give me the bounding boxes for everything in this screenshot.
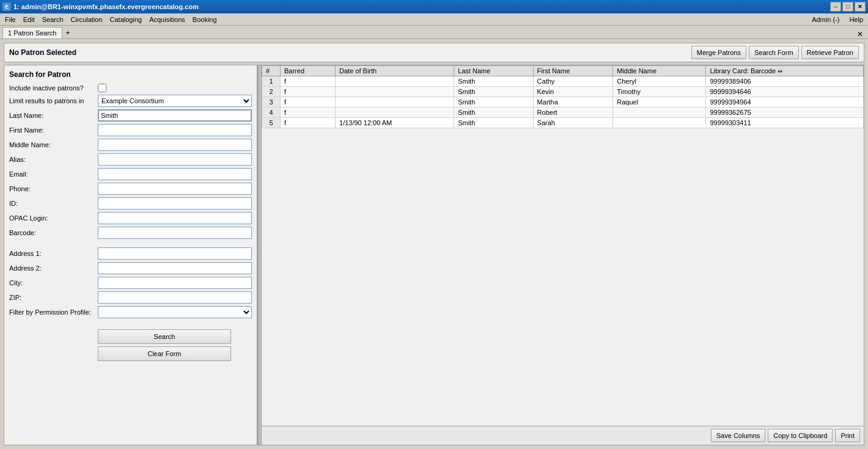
clear-form-button[interactable]: Clear Form: [98, 346, 231, 361]
opac-login-label: OPAC Login:: [9, 214, 98, 222]
barcode-row: Barcode:: [9, 227, 252, 239]
zip-input[interactable]: [98, 291, 252, 304]
menu-help[interactable]: Help: [845, 15, 867, 24]
tab-add-button[interactable]: +: [62, 27, 74, 38]
filter-permission-label: Filter by Permission Profile:: [9, 308, 98, 316]
address2-row: Address 2:: [9, 262, 252, 274]
tab-patron-search[interactable]: 1 Patron Search: [2, 27, 62, 38]
city-input[interactable]: [98, 277, 252, 289]
col-first-name[interactable]: First Name: [533, 66, 613, 76]
retrieve-patron-button[interactable]: Retrieve Patron: [801, 46, 859, 59]
main-content: No Patron Selected Merge Patrons Search …: [0, 39, 868, 449]
limit-select[interactable]: Example Consortium: [98, 95, 252, 107]
cell-first-name: Kevin: [533, 87, 613, 97]
save-columns-button[interactable]: Save Columns: [711, 429, 766, 442]
id-input[interactable]: [98, 197, 252, 210]
cell-last-name: Smith: [454, 108, 533, 118]
print-button[interactable]: Print: [835, 429, 860, 442]
cell-last-name: Smith: [454, 97, 533, 108]
cell-dob: [336, 76, 454, 87]
app-icon: E: [2, 2, 11, 11]
cell-first-name: Sarah: [533, 118, 613, 128]
menu-acquisitions[interactable]: Acquisitions: [145, 15, 189, 24]
results-bottom-bar: Save Columns Copy to Clipboard Print: [262, 426, 864, 445]
table-row[interactable]: 3 f Smith Martha Raquel 99999394964: [262, 97, 864, 108]
zip-row: ZIP:: [9, 291, 252, 304]
search-button[interactable]: Search: [98, 329, 231, 344]
menu-search[interactable]: Search: [39, 15, 67, 24]
address2-label: Address 2:: [9, 265, 98, 272]
address2-input[interactable]: [98, 262, 252, 274]
first-name-label: First Name:: [9, 126, 98, 134]
include-inactive-checkbox[interactable]: [98, 84, 106, 92]
title-bar: E 1: admin@BR1-winxpvmfx.phasefx.evergre…: [0, 0, 868, 13]
zip-label: ZIP:: [9, 294, 98, 301]
city-row: City:: [9, 277, 252, 289]
merge-patrons-button[interactable]: Merge Patrons: [691, 46, 746, 59]
header-bar: No Patron Selected Merge Patrons Search …: [4, 43, 864, 62]
table-row[interactable]: 2 f Smith Kevin Timothy 99999394646: [262, 87, 864, 97]
cell-barred: f: [281, 87, 336, 97]
cell-last-name: Smith: [454, 76, 533, 87]
minimize-button[interactable]: ─: [830, 2, 841, 12]
cell-middle-name: Timothy: [613, 87, 706, 97]
limit-results-row: Limit results to patrons in Example Cons…: [9, 95, 252, 107]
phone-label: Phone:: [9, 185, 98, 192]
alias-label: Alias:: [9, 156, 98, 163]
last-name-row: Last Name:: [9, 109, 252, 122]
address1-input[interactable]: [98, 247, 252, 260]
cell-last-name: Smith: [454, 87, 533, 97]
cell-dob: [336, 108, 454, 118]
cell-num: 5: [262, 118, 281, 128]
cell-barred: f: [281, 118, 336, 128]
col-num[interactable]: #: [262, 66, 281, 76]
table-row[interactable]: 1 f Smith Cathy Cheryl 99999389406: [262, 76, 864, 87]
copy-clipboard-button[interactable]: Copy to Clipboard: [768, 429, 833, 442]
last-name-label: Last Name:: [9, 112, 98, 119]
filter-permission-select[interactable]: [98, 306, 252, 318]
results-panel: # Barred Date of Birth Last Name First N…: [262, 65, 864, 445]
col-middle-name[interactable]: Middle Name: [613, 66, 706, 76]
email-input[interactable]: [98, 168, 252, 180]
menu-file[interactable]: File: [1, 15, 20, 24]
cell-barcode: 99999303411: [706, 118, 864, 128]
cell-num: 3: [262, 97, 281, 108]
cell-barred: f: [281, 76, 336, 87]
last-name-input[interactable]: [98, 109, 252, 122]
opac-login-input[interactable]: [98, 212, 252, 224]
col-barcode[interactable]: Library Card: Barcode ⇔: [706, 66, 864, 76]
maximize-button[interactable]: □: [842, 2, 853, 12]
cell-first-name: Martha: [533, 97, 613, 108]
include-inactive-row: Include inactive patrons?: [9, 84, 252, 92]
table-row[interactable]: 4 f Smith Robert 99999362675: [262, 108, 864, 118]
menu-cataloging[interactable]: Cataloging: [106, 15, 146, 24]
results-table: # Barred Date of Birth Last Name First N…: [262, 65, 864, 128]
middle-name-input[interactable]: [98, 139, 252, 151]
tab-close-icon[interactable]: ✕: [857, 30, 866, 38]
alias-input[interactable]: [98, 153, 252, 166]
cell-barcode: 99999362675: [706, 108, 864, 118]
cell-barred: f: [281, 97, 336, 108]
menu-admin[interactable]: Admin (-): [808, 15, 843, 24]
search-form-button[interactable]: Search Form: [749, 46, 799, 59]
middle-name-row: Middle Name:: [9, 139, 252, 151]
col-barred[interactable]: Barred: [281, 66, 336, 76]
first-name-input[interactable]: [98, 124, 252, 136]
cell-barcode: 99999394646: [706, 87, 864, 97]
menu-edit[interactable]: Edit: [20, 15, 39, 24]
menu-circulation[interactable]: Circulation: [67, 15, 106, 24]
results-table-container: # Barred Date of Birth Last Name First N…: [262, 65, 864, 426]
middle-name-label: Middle Name:: [9, 141, 98, 148]
table-row[interactable]: 5 f 1/13/90 12:00 AM Smith Sarah 9999930…: [262, 118, 864, 128]
barcode-input[interactable]: [98, 227, 252, 239]
phone-input[interactable]: [98, 183, 252, 195]
address1-label: Address 1:: [9, 250, 98, 257]
col-last-name[interactable]: Last Name: [454, 66, 533, 76]
close-window-button[interactable]: ✕: [855, 2, 866, 12]
no-patron-label: No Patron Selected: [9, 48, 76, 57]
cell-middle-name: Cheryl: [613, 76, 706, 87]
search-panel: Search for Patron Include inactive patro…: [4, 65, 258, 445]
filter-permission-row: Filter by Permission Profile:: [9, 306, 252, 318]
menu-booking[interactable]: Booking: [189, 15, 221, 24]
col-dob[interactable]: Date of Birth: [336, 66, 454, 76]
